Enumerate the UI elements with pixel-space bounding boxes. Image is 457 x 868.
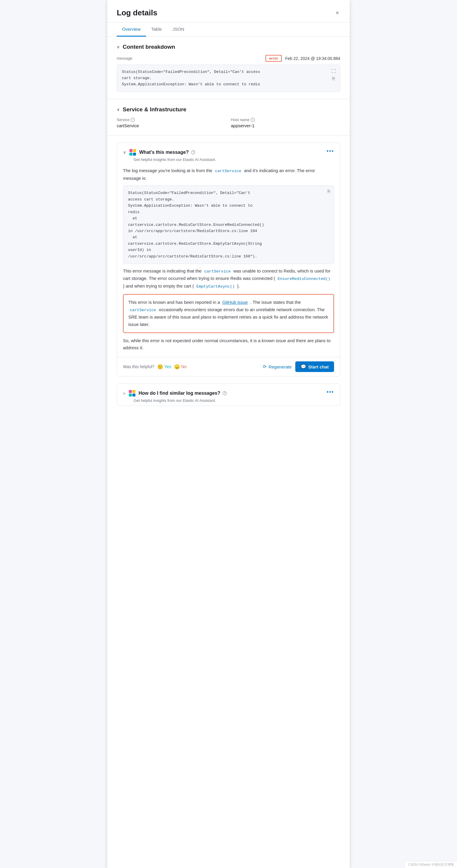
svg-rect-7: [133, 394, 135, 397]
ai-code-block: Status(StatusCode="FailedPrecondition", …: [123, 185, 334, 264]
elastic-logo-icon: [129, 149, 137, 156]
second-ai-options-button[interactable]: •••: [326, 389, 334, 395]
chevron-icon: ∨: [117, 107, 120, 112]
chevron-icon: ∨: [117, 45, 120, 49]
start-chat-button[interactable]: 💬 Start chat: [295, 361, 334, 372]
svg-rect-3: [133, 153, 136, 156]
service-field: Service i cartService: [117, 118, 226, 128]
ai-card-subtitle: Get helpful insights from our Elastic AI…: [123, 157, 216, 162]
service-label: Service i: [117, 118, 226, 122]
ai-title-area: ∨ What's this message? ? Get helpful ins…: [123, 148, 216, 162]
cart-service-link-1[interactable]: cartService: [215, 169, 241, 173]
second-elastic-logo-icon: [128, 390, 136, 397]
ai-chevron-icon[interactable]: ∨: [123, 150, 126, 155]
ai-card-title: What's this message?: [139, 150, 189, 155]
service-fields: Service i cartService Host name i appser…: [117, 118, 340, 128]
host-label: Host name i: [231, 118, 340, 122]
feedback-left: Was this helpful? 🙂 Yes 😞 No: [123, 364, 187, 370]
ensure-redis-link[interactable]: EnsureRedisConnected(): [278, 277, 330, 281]
no-button[interactable]: 😞 No: [174, 364, 187, 370]
ai-card-header: ∨ What's this message? ? Get helpful ins…: [117, 143, 340, 165]
cart-service-link-3[interactable]: cartService: [130, 308, 156, 312]
footer-text: CSDN ©Elastic 中国社区方博客: [408, 863, 454, 866]
service-info-icon[interactable]: i: [131, 118, 135, 122]
regenerate-icon: ⟳: [263, 364, 267, 369]
chat-icon: 💬: [301, 364, 306, 369]
hostname-field: Host name i appserver-1: [231, 118, 340, 128]
cart-service-link-2[interactable]: cartService: [204, 269, 231, 274]
close-button[interactable]: ×: [334, 8, 340, 18]
tab-json[interactable]: JSON: [167, 23, 190, 37]
second-ai-header: > How do I find similar log messages? ? …: [117, 384, 340, 406]
regenerate-button[interactable]: ⟳ Regenerate: [263, 364, 291, 369]
second-ai-subtitle: Get helpful insights from our Elastic AI…: [123, 398, 227, 403]
svg-rect-2: [130, 153, 133, 156]
message-row: message error Feb 22, 2024 @ 19:34:00.88…: [117, 55, 340, 62]
second-ai-card: > How do I find similar log messages? ? …: [117, 383, 340, 406]
message-meta: error Feb 22, 2024 @ 19:34:00.884: [265, 55, 340, 62]
message-code-block: Status(StatusCode="FailedPrecondition", …: [117, 65, 340, 92]
host-info-icon[interactable]: i: [251, 118, 255, 122]
service-infra-section: ∨ Service & Infrastructure Service i car…: [107, 99, 350, 135]
code-text: Status(StatusCode="FailedPrecondition", …: [122, 70, 260, 87]
ai-title-info-icon[interactable]: ?: [191, 150, 195, 154]
ai-options-button[interactable]: •••: [326, 148, 334, 154]
feedback-label: Was this helpful?: [123, 364, 154, 369]
log-details-panel: Log details × Overview Table JSON ∨ Cont…: [107, 0, 350, 868]
second-ai-card-title: How do I find similar log messages?: [139, 391, 221, 396]
ai-logo: [128, 148, 137, 156]
content-breakdown-section: ∨ Content breakdown message error Feb 22…: [107, 37, 350, 99]
empty-cart-link[interactable]: EmptyCartAsync(): [196, 284, 235, 289]
copy-icons: ⛶ ⎘: [331, 68, 336, 82]
tab-overview[interactable]: Overview: [117, 23, 146, 37]
second-ai-title-row: > How do I find similar log messages? ?: [123, 389, 227, 397]
ai-code-text: Status(StatusCode="FailedPrecondition", …: [128, 190, 329, 259]
svg-rect-5: [133, 390, 135, 393]
footer-bar: CSDN ©Elastic 中国社区方博客: [405, 861, 457, 868]
panel-title: Log details: [117, 8, 157, 18]
ai-para3: So, while this error is not expected und…: [123, 337, 334, 352]
second-ai-logo: [128, 389, 136, 397]
message-label: message: [117, 56, 133, 61]
feedback-right: ⟳ Regenerate 💬 Start chat: [263, 361, 334, 372]
service-value: cartService: [117, 123, 226, 128]
content-breakdown-title[interactable]: ∨ Content breakdown: [117, 44, 340, 50]
ai-feedback-row: Was this helpful? 🙂 Yes 😞 No ⟳ Regenerat…: [117, 357, 340, 376]
timestamp: Feb 22, 2024 @ 19:34:00.884: [285, 56, 340, 61]
svg-rect-6: [129, 394, 132, 397]
svg-rect-4: [129, 390, 132, 393]
second-ai-info-icon[interactable]: ?: [223, 391, 227, 395]
yes-icon: 🙂: [157, 364, 163, 370]
host-value: appserver-1: [231, 123, 340, 128]
ai-title-row: ∨ What's this message? ?: [123, 148, 216, 156]
expand-icon[interactable]: ⛶: [331, 68, 336, 74]
second-ai-title-area: > How do I find similar log messages? ? …: [123, 389, 227, 403]
svg-rect-1: [133, 149, 136, 152]
ai-para2: This error message is indicating that th…: [123, 268, 334, 290]
ai-para1: The log message you're looking at is fro…: [123, 167, 334, 182]
ai-card-body: The log message you're looking at is fro…: [117, 165, 340, 357]
yes-button[interactable]: 🙂 Yes: [157, 364, 171, 370]
tabs-bar: Overview Table JSON: [107, 23, 350, 37]
copy-icon[interactable]: ⎘: [331, 75, 336, 82]
tab-table[interactable]: Table: [146, 23, 167, 37]
service-infra-title[interactable]: ∨ Service & Infrastructure: [117, 106, 340, 113]
panel-header: Log details ×: [107, 0, 350, 23]
ai-copy-button[interactable]: ⎘: [327, 189, 330, 194]
svg-rect-0: [130, 149, 133, 152]
github-issue-link[interactable]: GitHub issue: [222, 300, 248, 305]
ai-assistant-card: ∨ What's this message? ? Get helpful ins…: [117, 143, 340, 376]
no-icon: 😞: [174, 364, 180, 370]
error-badge: error: [265, 55, 281, 62]
second-ai-chevron-icon[interactable]: >: [123, 391, 125, 396]
highlight-box: This error is known and has been reporte…: [123, 294, 334, 333]
